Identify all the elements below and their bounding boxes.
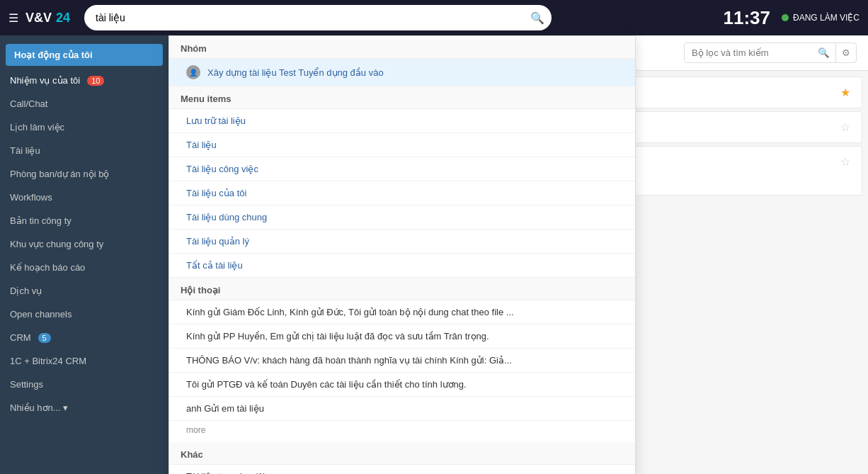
- logo: V&V 24: [25, 11, 70, 26]
- dropdown-item-label: Kính gửi PP Huyền, Em gửi chị tài liệu l…: [186, 331, 489, 342]
- sidebar-item-label: Phòng ban/dự án nội bộ: [10, 169, 109, 179]
- logo-text: V&V: [25, 11, 52, 26]
- sidebar-item-reports[interactable]: Kế hoạch báo cáo: [0, 256, 169, 279]
- dropdown-item-conv-2[interactable]: Kính gửi PP Huyền, Em gửi chị tài liệu l…: [169, 325, 635, 349]
- clock-display: 11:37: [723, 7, 770, 29]
- dropdown-item-menu-4[interactable]: Tài liệu của tôi: [169, 181, 635, 205]
- dropdown-item-menu-5[interactable]: Tài liệu dùng chung: [169, 205, 635, 230]
- dropdown-item-label: anh Gửi em tài liệu: [186, 403, 264, 414]
- sidebar-item-label: Open channels: [10, 309, 72, 320]
- dropdown-item-group-1[interactable]: 👤 Xây dựng tài liệu Test Tuyển dụng đầu …: [169, 59, 635, 86]
- sidebar-item-services[interactable]: Dịch vụ: [0, 279, 169, 303]
- dropdown-item-menu-2[interactable]: Tài liệu: [169, 133, 635, 157]
- dropdown-item-label: Tài liệu quản lý: [186, 236, 249, 247]
- sidebar-item-label: CRM: [10, 332, 31, 343]
- dropdown-section-other: Khác Tài liệu tranning (1).rar Tài liệu …: [169, 442, 635, 474]
- dropdown-item-label: Xây dựng tài liệu Test Tuyển dụng đầu và…: [207, 67, 384, 78]
- sidebar-item-label: Dịch vụ: [10, 286, 42, 296]
- star-icon[interactable]: ★: [840, 86, 850, 99]
- sidebar-item-label: Khu vực chung công ty: [10, 239, 103, 249]
- sidebar-item-1ccrm[interactable]: 1C + Bitrix24 CRM: [0, 349, 169, 373]
- search-input[interactable]: [84, 5, 552, 30]
- filter-settings-button[interactable]: ⚙: [835, 43, 856, 62]
- dropdown-more-link[interactable]: more: [169, 421, 635, 442]
- dropdown-section-conversation: Hội thoại Kính gửi Giám Đốc Linh, Kính g…: [169, 278, 635, 442]
- sidebar-item-crm[interactable]: CRM 5: [0, 326, 169, 349]
- sidebar-item-departments[interactable]: Phòng ban/dự án nội bộ: [0, 162, 169, 186]
- sidebar-item-label: Tài liệu: [10, 145, 40, 156]
- star-icon[interactable]: ☆: [840, 120, 850, 134]
- logo-number: 24: [56, 11, 70, 26]
- dropdown-item-label: Tài liệu tranning (1).rar: [186, 471, 280, 474]
- sidebar-item-label: Lịch làm việc: [10, 122, 64, 132]
- dropdown-item-label: THÔNG BÁO V/v: khách hàng đã hoàn thành …: [186, 355, 512, 366]
- search-wrapper: 🔍: [84, 5, 552, 30]
- dropdown-item-conv-5[interactable]: anh Gửi em tài liệu: [169, 397, 635, 421]
- status-badge: ĐANG LÀM VIỆC: [782, 13, 860, 23]
- status-label: ĐANG LÀM VIỆC: [793, 13, 860, 23]
- dropdown-item-label: Tất cả tài liệu: [186, 260, 243, 271]
- sidebar-item-callchat[interactable]: Call/Chat: [0, 92, 169, 115]
- sidebar-item-label: Bản tin công ty: [10, 215, 72, 226]
- dropdown-item-menu-3[interactable]: Tài liệu công việc: [169, 157, 635, 181]
- filter-input[interactable]: [685, 43, 812, 62]
- search-dropdown: Nhóm 👤 Xây dựng tài liệu Test Tuyển dụng…: [169, 35, 636, 474]
- star-icon[interactable]: ☆: [840, 155, 850, 169]
- dropdown-item-menu-7[interactable]: Tất cả tài liệu: [169, 254, 635, 278]
- filter-search-bar: 🔍 ⚙: [684, 43, 857, 63]
- group-avatar-icon: 👤: [186, 65, 200, 79]
- sidebar-item-news[interactable]: Bản tin công ty: [0, 209, 169, 232]
- dropdown-item-label: Lưu trữ tài liệu: [186, 115, 246, 126]
- main-area: Hoạt động của tôi Nhiệm vụ của tôi 10 Ca…: [0, 35, 868, 474]
- hamburger-menu-icon[interactable]: ☰: [8, 11, 18, 25]
- search-button[interactable]: 🔍: [530, 11, 544, 25]
- filter-search-button[interactable]: 🔍: [812, 43, 835, 62]
- dropdown-item-conv-3[interactable]: THÔNG BÁO V/v: khách hàng đã hoàn thành …: [169, 349, 635, 373]
- sidebar-active-button[interactable]: Hoạt động của tôi: [6, 44, 163, 66]
- dropdown-section-group: Nhóm 👤 Xây dựng tài liệu Test Tuyển dụng…: [169, 36, 635, 86]
- sidebar-item-settings[interactable]: Settings: [0, 373, 169, 396]
- status-dot-icon: [782, 14, 789, 21]
- dropdown-item-conv-1[interactable]: Kính gửi Giám Đốc Linh, Kính gửi Đức, Tô…: [169, 300, 635, 325]
- crm-badge: 5: [38, 333, 51, 343]
- sidebar: Hoạt động của tôi Nhiệm vụ của tôi 10 Ca…: [0, 35, 169, 474]
- dropdown-category-menu: Menu items: [169, 86, 635, 109]
- dropdown-item-label: Tài liệu: [186, 140, 217, 150]
- sidebar-item-label: Nhiều hơn... ▾: [10, 402, 68, 413]
- dropdown-item-conv-4[interactable]: Tôi gửi PTGĐ và kế toán Duyên các tài li…: [169, 373, 635, 397]
- sidebar-item-label: Nhiệm vụ của tôi: [10, 75, 80, 86]
- sidebar-item-label: Call/Chat: [10, 98, 47, 109]
- dropdown-item-label: Tài liệu công việc: [186, 164, 258, 174]
- dropdown-item-other-1[interactable]: Tài liệu tranning (1).rar: [169, 465, 635, 474]
- dropdown-item-menu-6[interactable]: Tài liệu quản lý: [169, 230, 635, 254]
- dropdown-section-menu: Menu items Lưu trữ tài liệu Tài liệu Tài…: [169, 86, 635, 278]
- dropdown-item-label: Tài liệu dùng chung: [186, 212, 267, 222]
- sidebar-item-documents[interactable]: Tài liệu: [0, 139, 169, 162]
- sidebar-item-common[interactable]: Khu vực chung công ty: [0, 232, 169, 256]
- tasks-badge: 10: [87, 76, 104, 86]
- sidebar-item-label: Settings: [10, 379, 43, 390]
- dropdown-category-nhom: Nhóm: [169, 36, 635, 59]
- dropdown-item-menu-1[interactable]: Lưu trữ tài liệu: [169, 109, 635, 133]
- dropdown-item-label: Kính gửi Giám Đốc Linh, Kính gửi Đức, Tô…: [186, 307, 514, 317]
- dropdown-category-other: Khác: [169, 442, 635, 465]
- header-right: 11:37 ĐANG LÀM VIỆC: [723, 7, 860, 29]
- sidebar-item-label: Workflows: [10, 192, 52, 203]
- sidebar-item-tasks[interactable]: Nhiệm vụ của tôi 10: [0, 69, 169, 92]
- sidebar-item-openchannels[interactable]: Open channels: [0, 303, 169, 326]
- sidebar-item-workflows[interactable]: Workflows: [0, 186, 169, 209]
- dropdown-category-conversation: Hội thoại: [169, 278, 635, 300]
- header: ☰ V&V 24 🔍 11:37 ĐANG LÀM VIỆC: [0, 0, 868, 35]
- dropdown-item-label: Tôi gửi PTGĐ và kế toán Duyên các tài li…: [186, 379, 467, 390]
- sidebar-item-calendar[interactable]: Lịch làm việc: [0, 115, 169, 139]
- sidebar-item-label: Kế hoạch báo cáo: [10, 262, 85, 273]
- dropdown-item-label: Tài liệu của tôi: [186, 188, 246, 198]
- sidebar-item-label: 1C + Bitrix24 CRM: [10, 356, 86, 366]
- sidebar-item-more[interactable]: Nhiều hơn... ▾: [0, 396, 169, 419]
